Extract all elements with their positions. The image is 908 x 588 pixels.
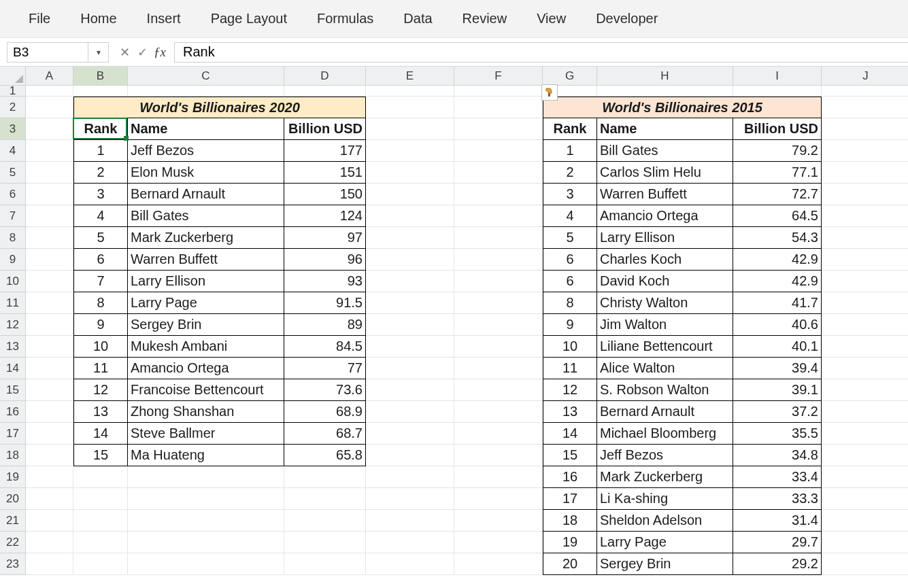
- cell[interactable]: 3: [543, 184, 597, 205]
- cell[interactable]: [454, 314, 543, 336]
- cell[interactable]: 31.4: [733, 510, 822, 532]
- cell[interactable]: Zhong Shanshan: [128, 401, 284, 423]
- cell[interactable]: Bernard Arnault: [597, 401, 733, 423]
- cell[interactable]: [26, 553, 73, 575]
- cell[interactable]: [73, 86, 128, 97]
- cell[interactable]: 77: [284, 358, 366, 379]
- cell[interactable]: [366, 227, 454, 249]
- row-header[interactable]: 21: [0, 510, 26, 532]
- cell[interactable]: 5: [73, 227, 128, 249]
- cell[interactable]: 91.5: [284, 292, 366, 314]
- cell[interactable]: 6: [543, 249, 597, 271]
- cell[interactable]: 1: [73, 140, 128, 162]
- cell[interactable]: [454, 184, 543, 205]
- cell[interactable]: Sergey Brin: [128, 314, 284, 336]
- row-header[interactable]: 18: [0, 445, 26, 466]
- cell[interactable]: [26, 488, 73, 510]
- formula-cancel-button[interactable]: ✕: [116, 42, 133, 63]
- row-header[interactable]: 13: [0, 336, 26, 358]
- cell[interactable]: [454, 205, 543, 227]
- cell[interactable]: 151: [284, 162, 366, 184]
- cell[interactable]: [26, 466, 73, 488]
- cell[interactable]: [73, 553, 128, 575]
- cell[interactable]: 39.1: [733, 379, 822, 401]
- cell[interactable]: [454, 445, 543, 466]
- table-title-2020[interactable]: World's Billionaires 2020: [73, 97, 366, 118]
- cell[interactable]: Charles Koch: [597, 249, 733, 271]
- cell[interactable]: 2: [73, 162, 128, 184]
- cell[interactable]: 33.4: [733, 466, 822, 488]
- ribbon-tab-home[interactable]: Home: [65, 4, 131, 33]
- ribbon-tab-review[interactable]: Review: [448, 4, 522, 33]
- cell[interactable]: 77.1: [733, 162, 822, 184]
- cell[interactable]: [366, 379, 454, 401]
- cell[interactable]: Sergey Brin: [597, 553, 733, 575]
- cell[interactable]: [454, 532, 543, 553]
- cell[interactable]: Warren Buffett: [597, 184, 733, 205]
- cell[interactable]: 9: [543, 314, 597, 336]
- cell[interactable]: 29.7: [733, 532, 822, 553]
- cell[interactable]: Alice Walton: [597, 358, 733, 379]
- cell[interactable]: Billion USD: [284, 118, 366, 140]
- cell[interactable]: Elon Musk: [128, 162, 284, 184]
- cell[interactable]: Jim Walton: [597, 314, 733, 336]
- cell[interactable]: 42.9: [733, 271, 822, 292]
- cell[interactable]: [454, 553, 543, 575]
- cell[interactable]: [128, 466, 284, 488]
- cell[interactable]: [26, 249, 73, 271]
- cell[interactable]: 68.9: [284, 401, 366, 423]
- cell[interactable]: [366, 86, 454, 97]
- column-header[interactable]: E: [366, 67, 454, 86]
- cell[interactable]: 97: [284, 227, 366, 249]
- cell[interactable]: Bill Gates: [128, 205, 284, 227]
- cell[interactable]: [454, 358, 543, 379]
- cell[interactable]: [26, 140, 73, 162]
- name-box[interactable]: [7, 42, 88, 63]
- cell[interactable]: [284, 510, 366, 532]
- row-header[interactable]: 15: [0, 379, 26, 401]
- cell[interactable]: Christy Walton: [597, 292, 733, 314]
- cell[interactable]: [366, 118, 454, 140]
- cell[interactable]: [26, 162, 73, 184]
- row-header[interactable]: 20: [0, 488, 26, 510]
- cell[interactable]: [366, 553, 454, 575]
- insert-function-button[interactable]: ƒx: [151, 42, 169, 63]
- cell[interactable]: [822, 314, 908, 336]
- cell[interactable]: 10: [543, 336, 597, 358]
- cell[interactable]: 65.8: [284, 445, 366, 466]
- cell[interactable]: 12: [73, 379, 128, 401]
- cell[interactable]: [26, 532, 73, 553]
- row-header[interactable]: 2: [0, 97, 26, 118]
- row-header[interactable]: 8: [0, 227, 26, 249]
- cell[interactable]: [366, 314, 454, 336]
- row-header[interactable]: 23: [0, 553, 26, 575]
- cell[interactable]: [26, 97, 73, 118]
- cell[interactable]: 5: [543, 227, 597, 249]
- cell[interactable]: 96: [284, 249, 366, 271]
- worksheet-grid[interactable]: ABCDEFGHIJ 12345678910111213141516171819…: [0, 67, 908, 588]
- cell[interactable]: 1: [543, 140, 597, 162]
- cell[interactable]: S. Robson Walton: [597, 379, 733, 401]
- cell[interactable]: [822, 336, 908, 358]
- ribbon-tab-developer[interactable]: Developer: [581, 4, 673, 33]
- cell[interactable]: [454, 379, 543, 401]
- formula-enter-button[interactable]: ✓: [133, 42, 151, 63]
- cell[interactable]: [366, 271, 454, 292]
- cell[interactable]: 39.4: [733, 358, 822, 379]
- cell[interactable]: [26, 379, 73, 401]
- cell[interactable]: Larry Page: [128, 292, 284, 314]
- cell[interactable]: [822, 140, 908, 162]
- cell[interactable]: 35.5: [733, 423, 822, 445]
- cell[interactable]: [454, 271, 543, 292]
- cell[interactable]: [454, 162, 543, 184]
- ribbon-tab-data[interactable]: Data: [388, 4, 447, 33]
- cell[interactable]: [366, 205, 454, 227]
- cell[interactable]: [26, 292, 73, 314]
- cell[interactable]: [822, 510, 908, 532]
- cell[interactable]: Li Ka-shing: [597, 488, 733, 510]
- cell[interactable]: [822, 249, 908, 271]
- cell[interactable]: Bernard Arnault: [128, 184, 284, 205]
- cell[interactable]: [454, 401, 543, 423]
- cell[interactable]: 177: [284, 140, 366, 162]
- cell[interactable]: Mark Zuckerberg: [597, 466, 733, 488]
